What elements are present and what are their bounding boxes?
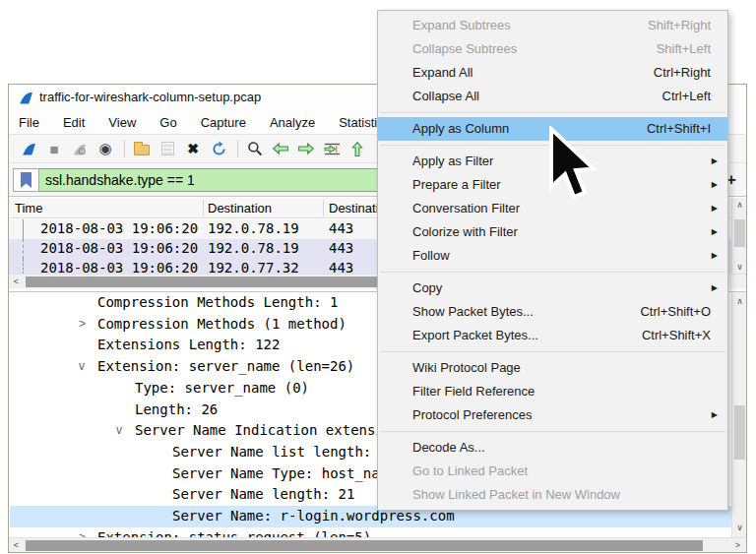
menu-go[interactable]: Go <box>159 115 176 130</box>
menu-analyze[interactable]: Analyze <box>270 115 315 130</box>
scroll-left-icon[interactable]: < <box>9 538 24 552</box>
submenu-arrow-icon: ▶ <box>712 197 718 220</box>
menu-separator <box>380 272 725 273</box>
detail-vertical-scrollbar[interactable]: ∧ ∨ <box>731 292 746 537</box>
go-up-icon[interactable] <box>346 138 369 159</box>
stop-capture-icon[interactable]: ■ <box>42 138 66 159</box>
expander-collapsed-icon[interactable]: > <box>79 314 86 336</box>
column-divider[interactable] <box>323 200 324 216</box>
start-capture-icon[interactable] <box>17 138 40 159</box>
menu-separator <box>380 112 725 113</box>
filter-bookmark-button[interactable] <box>13 168 39 192</box>
toolbar-separator <box>237 140 238 157</box>
mouse-cursor-icon <box>547 126 600 203</box>
cell-time: 2018-08-03 19:06:20 <box>40 240 198 256</box>
column-header-time[interactable]: Time <box>15 201 42 215</box>
related-packet-mark <box>23 219 24 239</box>
find-packet-icon[interactable] <box>243 138 267 159</box>
scroll-up-icon[interactable]: ∧ <box>732 198 746 213</box>
submenu-arrow-icon: ▶ <box>712 220 718 244</box>
menu-item-filter-field-reference[interactable]: Filter Field Reference <box>378 380 727 403</box>
cell-dest-port: 443 <box>329 240 353 256</box>
menu-item-export-packet-bytes[interactable]: Export Packet Bytes...Ctrl+Shift+X <box>378 324 727 347</box>
save-file-icon[interactable] <box>156 138 179 159</box>
scrollbar-thumb[interactable] <box>734 219 745 247</box>
open-file-icon[interactable] <box>130 138 154 159</box>
scroll-left-icon[interactable]: < <box>9 275 24 288</box>
column-divider[interactable] <box>203 200 204 216</box>
cell-dest-port: 443 <box>329 220 353 236</box>
menu-item-collapse-subtrees: Collapse SubtreesShift+Left <box>378 37 727 61</box>
scrollbar-thumb[interactable] <box>734 405 745 460</box>
menu-item-decode-as[interactable]: Decode As... <box>378 436 727 460</box>
restart-capture-icon[interactable] <box>68 138 92 159</box>
close-file-icon[interactable]: ✖ <box>181 138 205 159</box>
cell-destination: 192.0.78.19 <box>208 240 299 256</box>
submenu-arrow-icon: ▶ <box>712 277 718 300</box>
menu-item-show-linked-packet-in-new-window: Show Linked Packet in New Window <box>378 483 727 507</box>
go-to-packet-icon[interactable] <box>320 138 344 159</box>
menu-item-expand-all[interactable]: Expand AllCtrl+Right <box>378 61 727 85</box>
go-back-icon[interactable] <box>269 138 292 159</box>
menu-item-wiki-protocol-page[interactable]: Wiki Protocol Page <box>378 356 727 380</box>
menu-item-colorize-with-filter[interactable]: Colorize with Filter▶ <box>378 220 727 244</box>
submenu-arrow-icon: ▶ <box>712 244 718 268</box>
cell-destination: 192.0.78.19 <box>208 220 299 236</box>
expander-expanded-icon[interactable]: v <box>116 420 122 442</box>
menu-item-protocol-preferences[interactable]: Protocol Preferences▶ <box>378 403 727 427</box>
menu-item-copy[interactable]: Copy▶ <box>378 277 727 300</box>
cell-time: 2018-08-03 19:06:20 <box>40 220 198 236</box>
column-header-destination[interactable]: Destination <box>208 201 272 215</box>
toolbar-separator <box>124 140 125 157</box>
scrollbar-thumb[interactable] <box>26 540 703 551</box>
menu-file[interactable]: File <box>19 115 39 130</box>
menu-separator <box>380 431 725 432</box>
menu-item-collapse-all[interactable]: Collapse AllCtrl+Left <box>378 85 727 108</box>
menu-capture[interactable]: Capture <box>201 115 246 130</box>
wireshark-logo-icon <box>18 90 34 105</box>
desktop: traffic-for-wireshark-column-setup.pcap … <box>0 0 756 554</box>
expander-expanded-icon[interactable]: v <box>79 356 85 378</box>
detail-horizontal-scrollbar[interactable]: < > <box>9 537 746 552</box>
menu-edit[interactable]: Edit <box>63 115 85 130</box>
menu-item-follow[interactable]: Follow▶ <box>378 244 727 268</box>
submenu-arrow-icon: ▶ <box>712 150 718 173</box>
submenu-arrow-icon: ▶ <box>712 173 718 197</box>
menu-item-go-to-linked-packet: Go to Linked Packet <box>378 460 727 483</box>
related-packet-mark <box>23 239 24 259</box>
submenu-arrow-icon: ▶ <box>712 403 718 427</box>
related-packet-mark <box>23 259 24 275</box>
window-title: traffic-for-wireshark-column-setup.pcap <box>39 90 261 104</box>
menu-view[interactable]: View <box>108 115 136 130</box>
capture-options-icon[interactable]: ◉ <box>94 138 117 159</box>
menu-item-expand-subtrees: Expand SubtreesShift+Right <box>378 14 727 37</box>
scroll-right-icon[interactable]: > <box>730 538 745 552</box>
bookmark-icon <box>21 172 32 188</box>
menu-separator <box>380 351 725 352</box>
scroll-down-icon[interactable]: ∨ <box>732 521 746 535</box>
reload-icon[interactable] <box>207 138 230 159</box>
packet-list-vertical-scrollbar[interactable]: ∧ ∨ <box>731 198 746 275</box>
menu-item-show-packet-bytes[interactable]: Show Packet Bytes...Ctrl+Shift+O <box>378 300 727 324</box>
go-forward-icon[interactable] <box>294 138 318 159</box>
context-menu: Expand SubtreesShift+Right Collapse Subt… <box>377 10 728 511</box>
scroll-down-icon[interactable]: ∨ <box>732 260 746 275</box>
scroll-up-icon[interactable]: ∧ <box>732 294 746 309</box>
